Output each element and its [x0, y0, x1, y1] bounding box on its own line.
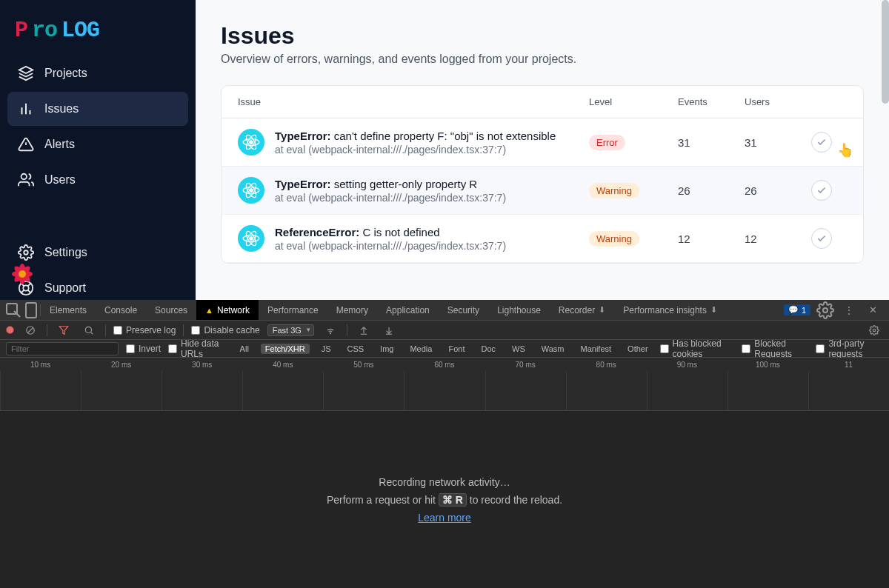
sidebar-item-users[interactable]: Users: [7, 163, 188, 197]
level-badge: Warning: [589, 183, 639, 198]
filter-type-all[interactable]: All: [236, 344, 253, 354]
tab-security[interactable]: Security: [439, 300, 488, 320]
logo-ro: ro: [32, 18, 57, 43]
svg-line-11: [28, 290, 31, 293]
svg-point-27: [250, 237, 253, 240]
hide-data-urls-checkbox[interactable]: Hide data URLs: [168, 338, 228, 359]
settings-gear-icon[interactable]: [865, 321, 883, 339]
filter-input[interactable]: [6, 342, 119, 355]
download-icon[interactable]: [380, 321, 398, 339]
resolve-button[interactable]: [811, 180, 832, 201]
wifi-icon[interactable]: [322, 321, 339, 339]
react-icon: [238, 177, 264, 204]
inspect-icon[interactable]: [4, 300, 22, 320]
beta-icon: ⬇: [710, 305, 717, 315]
sidebar-label: Issues: [44, 102, 79, 116]
more-icon[interactable]: ⋮: [840, 304, 858, 316]
invert-checkbox[interactable]: Invert: [126, 344, 161, 354]
svg-marker-36: [59, 326, 68, 334]
filter-type-media[interactable]: Media: [405, 344, 436, 354]
logo-log: LOG: [61, 18, 99, 43]
table-row[interactable]: TypeError: setting getter-only property …: [222, 167, 863, 215]
svg-point-42: [873, 329, 876, 332]
message-icon: 💬: [788, 305, 799, 315]
resolve-button[interactable]: [811, 132, 832, 153]
close-icon[interactable]: ✕: [864, 304, 882, 315]
tab-recorder[interactable]: Recorder⬇: [550, 300, 614, 320]
users-icon: [18, 172, 34, 188]
tab-lighthouse[interactable]: Lighthouse: [488, 300, 550, 320]
svg-point-23: [250, 189, 253, 192]
svg-marker-0: [19, 67, 33, 73]
network-empty-state: Recording network activity… Perform a re…: [0, 411, 889, 588]
learn-more-link[interactable]: Learn more: [418, 512, 471, 524]
scrollbar[interactable]: [882, 0, 889, 104]
tab-elements[interactable]: Elements: [41, 300, 96, 320]
preserve-log-checkbox[interactable]: Preserve log: [113, 325, 176, 335]
sidebar-label: Projects: [44, 67, 87, 80]
tab-perf-insights[interactable]: Performance insights⬇: [614, 300, 726, 320]
sidebar-item-issues[interactable]: Issues: [7, 92, 188, 126]
sidebar-item-alerts[interactable]: Alerts: [7, 127, 188, 161]
page-subtitle: Overview of errors, warnings, and events…: [221, 53, 864, 66]
device-icon[interactable]: [22, 300, 40, 320]
upload-icon[interactable]: [355, 321, 373, 339]
th-events: Events: [678, 96, 745, 107]
filter-type-ws[interactable]: WS: [507, 344, 530, 354]
svg-point-39: [330, 333, 330, 333]
blocked-cookies-checkbox[interactable]: Has blocked cookies: [660, 338, 735, 359]
th-issue: Issue: [238, 96, 589, 107]
issue-trace: at eval (webpack-internal:///./pages/ind…: [275, 144, 556, 156]
warning-icon: ▲: [205, 306, 213, 315]
recording-text: Recording network activity…: [379, 476, 510, 488]
events-count: 12: [678, 233, 745, 245]
devtools-panel: Elements Console Sources ▲Network Perfor…: [0, 300, 889, 588]
filter-icon[interactable]: [55, 321, 73, 339]
table-row[interactable]: TypeError: can't define property F: "obj…: [222, 118, 863, 167]
message-count-pill[interactable]: 💬1: [784, 304, 810, 315]
record-button[interactable]: [6, 326, 14, 334]
tab-application[interactable]: Application: [377, 300, 439, 320]
filter-type-manifest[interactable]: Manifest: [576, 344, 616, 354]
filter-type-doc[interactable]: Doc: [476, 344, 500, 354]
tab-console[interactable]: Console: [96, 300, 146, 320]
tab-sources[interactable]: Sources: [146, 300, 196, 320]
tab-performance[interactable]: Performance: [259, 300, 327, 320]
level-badge: Warning: [589, 231, 639, 247]
search-icon[interactable]: [80, 321, 98, 339]
sidebar-item-projects[interactable]: Projects: [7, 56, 188, 90]
disable-cache-checkbox[interactable]: Disable cache: [191, 325, 259, 335]
app-logo: ProLOG: [7, 13, 188, 56]
level-badge: Error: [589, 135, 625, 150]
table-row[interactable]: ReferenceError: C is not defined at eval…: [222, 215, 863, 263]
third-party-checkbox[interactable]: 3rd-party requests: [816, 338, 883, 359]
page-title: Issues: [221, 22, 864, 50]
sidebar-label: Settings: [44, 246, 87, 259]
table-header: Issue Level Events Users: [222, 86, 863, 118]
filter-type-js[interactable]: JS: [317, 344, 336, 354]
filter-type-font[interactable]: Font: [444, 344, 469, 354]
network-filter-bar: Invert Hide data URLs All Fetch/XHR JS C…: [0, 340, 889, 358]
bars-icon: [18, 101, 34, 117]
svg-rect-32: [26, 303, 36, 318]
clear-button[interactable]: [21, 321, 39, 339]
svg-point-37: [85, 327, 91, 333]
filter-type-css[interactable]: CSS: [342, 344, 368, 354]
filter-type-img[interactable]: Img: [376, 344, 398, 354]
network-timeline[interactable]: 10 ms 20 ms 30 ms 40 ms 50 ms 60 ms 70 m…: [0, 358, 889, 411]
tab-memory[interactable]: Memory: [327, 300, 377, 320]
blocked-requests-checkbox[interactable]: Blocked Requests: [742, 338, 808, 359]
settings-gear-icon[interactable]: [816, 301, 834, 319]
resolve-button[interactable]: [811, 228, 832, 249]
sidebar-label: Support: [44, 281, 86, 295]
rosette-badge-icon: [7, 259, 37, 289]
tab-network[interactable]: ▲Network: [196, 300, 259, 320]
sidebar-label: Users: [44, 173, 76, 187]
network-toolbar: Preserve log Disable cache Fast 3G: [0, 321, 889, 340]
filter-type-wasm[interactable]: Wasm: [537, 344, 569, 354]
filter-type-other[interactable]: Other: [623, 344, 653, 354]
svg-line-35: [28, 327, 33, 333]
cursor-hand-icon: 👆: [837, 142, 853, 158]
filter-type-fetchxhr[interactable]: Fetch/XHR: [261, 344, 310, 354]
throttle-select[interactable]: Fast 3G: [267, 324, 314, 336]
